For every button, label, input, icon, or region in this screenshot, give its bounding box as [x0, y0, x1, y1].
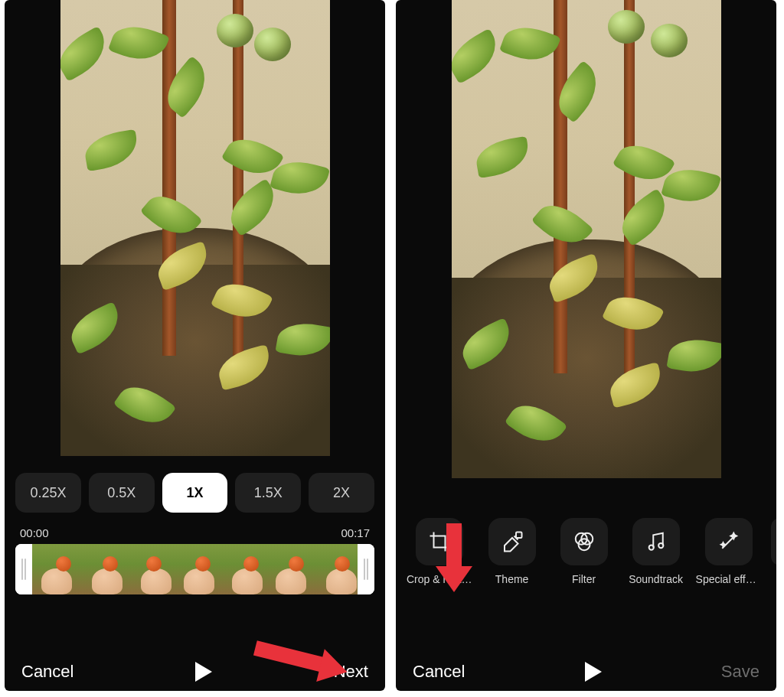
speed-option-0[interactable]: 0.25X: [15, 473, 81, 513]
speed-selector: 0.25X 0.5X 1X 1.5X 2X: [5, 456, 385, 519]
soundtrack-button[interactable]: [632, 518, 680, 565]
theme-button[interactable]: [488, 518, 536, 565]
speed-option-1[interactable]: 0.5X: [89, 473, 155, 513]
tool-label: Special effe…: [696, 573, 762, 585]
trim-strip[interactable]: [15, 544, 374, 594]
music-icon: [645, 530, 668, 553]
crop-rotate-button[interactable]: [416, 518, 463, 565]
play-icon[interactable]: [585, 662, 602, 682]
play-icon[interactable]: [195, 662, 212, 682]
svg-rect-0: [516, 533, 522, 539]
tool-label: Soundtrack: [629, 573, 683, 585]
theme-icon: [501, 530, 524, 553]
video-preview: [452, 0, 721, 478]
tool-label: Crop & rota…: [407, 573, 472, 585]
tool-label: Filter: [572, 573, 596, 585]
video-preview: [60, 0, 330, 456]
special-effects-button[interactable]: [705, 518, 753, 565]
trim-handle-right[interactable]: [358, 544, 374, 594]
time-end: 00:17: [341, 526, 370, 539]
speed-option-2[interactable]: 1X: [162, 473, 228, 513]
time-start: 00:00: [20, 526, 49, 539]
next-button[interactable]: Next: [334, 662, 368, 682]
cancel-button[interactable]: Cancel: [21, 662, 74, 682]
trim-handle-left[interactable]: [15, 544, 32, 594]
save-button[interactable]: Save: [721, 662, 760, 682]
edit-tools-screen: Crop & rota… Theme Filter Soundtrack: [396, 0, 776, 691]
svg-point-4: [648, 545, 653, 549]
tool-label: Theme: [495, 573, 529, 585]
speed-selection-screen: 0.25X 0.5X 1X 1.5X 2X 00:00 00:17 Cancel…: [5, 0, 385, 691]
crop-icon: [428, 530, 451, 553]
filter-icon: [573, 530, 596, 553]
more-tools[interactable]: [771, 518, 776, 565]
speed-option-3[interactable]: 1.5X: [235, 473, 301, 513]
filter-button[interactable]: [560, 518, 608, 565]
speed-option-4[interactable]: 2X: [309, 473, 374, 513]
timeline-times: 00:00 00:17: [5, 519, 385, 542]
sparkle-icon: [717, 530, 740, 553]
edit-toolbar: Crop & rota… Theme Filter Soundtrack: [396, 512, 776, 585]
svg-point-5: [658, 543, 663, 548]
cancel-button[interactable]: Cancel: [413, 662, 465, 682]
